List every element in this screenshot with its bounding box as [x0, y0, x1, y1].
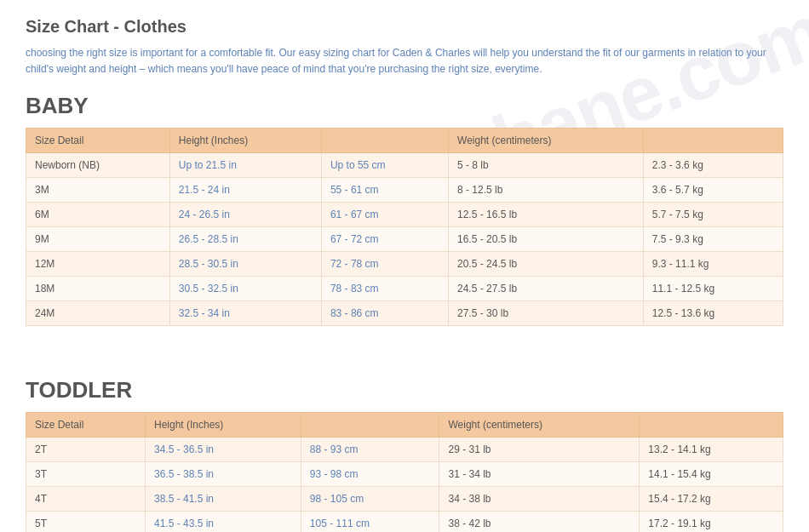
- baby-cell: 12.5 - 16.5 lb: [449, 203, 644, 227]
- toddler-cell: 36.5 - 38.5 in: [145, 462, 301, 487]
- baby-cell: 5 - 8 lb: [449, 153, 644, 178]
- baby-cell: 72 - 78 cm: [321, 252, 448, 277]
- toddler-cell: 34 - 38 lb: [439, 487, 640, 512]
- baby-cell: 6M: [26, 203, 170, 227]
- baby-col-height-in: Height (Inches): [169, 129, 321, 153]
- toddler-cell: 29 - 31 lb: [439, 438, 640, 462]
- baby-col-height-cm: [321, 129, 448, 153]
- toddler-cell: 98 - 105 cm: [301, 487, 439, 512]
- toddler-col-height-in: Height (Inches): [145, 413, 301, 438]
- baby-cell: 24M: [26, 301, 170, 326]
- intro-paragraph: choosing the right size is important for…: [26, 45, 775, 77]
- baby-cell: Up to 21.5 in: [169, 153, 321, 178]
- baby-cell: 7.5 - 9.3 kg: [643, 227, 783, 252]
- toddler-cell: 38.5 - 41.5 in: [145, 487, 301, 512]
- baby-table-header-row: Size Detail Height (Inches) Weight (cent…: [26, 129, 783, 153]
- baby-cell: Newborn (NB): [26, 153, 170, 178]
- toddler-col-size: Size Detail: [26, 413, 146, 438]
- toddler-cell: 13.2 - 14.1 kg: [640, 438, 783, 462]
- toddler-cell: 34.5 - 36.5 in: [145, 438, 301, 462]
- toddler-table-row: 3T36.5 - 38.5 in93 - 98 cm31 - 34 lb14.1…: [26, 462, 783, 487]
- toddler-cell: 41.5 - 43.5 in: [145, 512, 301, 532]
- baby-table-row: Newborn (NB)Up to 21.5 inUp to 55 cm5 - …: [26, 153, 783, 178]
- toddler-cell: 15.4 - 17.2 kg: [640, 487, 783, 512]
- baby-table-row: 9M26.5 - 28.5 in67 - 72 cm16.5 - 20.5 lb…: [26, 227, 783, 252]
- baby-cell: Up to 55 cm: [321, 153, 448, 178]
- toddler-table-row: 5T41.5 - 43.5 in105 - 111 cm38 - 42 lb17…: [26, 512, 783, 532]
- baby-cell: 24 - 26.5 in: [169, 203, 321, 227]
- toddler-cell: 38 - 42 lb: [439, 512, 640, 532]
- toddler-cell: 3T: [26, 462, 146, 487]
- baby-cell: 67 - 72 cm: [321, 227, 448, 252]
- baby-cell: 9M: [26, 227, 170, 252]
- toddler-table-row: 4T38.5 - 41.5 in98 - 105 cm34 - 38 lb15.…: [26, 487, 783, 512]
- toddler-cell: 14.1 - 15.4 kg: [640, 462, 783, 487]
- baby-cell: 20.5 - 24.5 lb: [449, 252, 644, 277]
- toddler-cell: 88 - 93 cm: [301, 438, 439, 462]
- toddler-col-height-cm: [301, 413, 439, 438]
- toddler-cell: 105 - 111 cm: [301, 512, 439, 532]
- toddler-cell: 31 - 34 lb: [439, 462, 640, 487]
- baby-table-row: 24M32.5 - 34 in83 - 86 cm27.5 - 30 lb12.…: [26, 301, 783, 326]
- baby-table-row: 12M28.5 - 30.5 in72 - 78 cm20.5 - 24.5 l…: [26, 252, 783, 277]
- baby-col-weight-lb: Weight (centimeters): [449, 129, 644, 153]
- baby-cell: 2.3 - 3.6 kg: [643, 153, 783, 178]
- baby-cell: 3M: [26, 178, 170, 203]
- baby-cell: 12.5 - 13.6 kg: [643, 301, 783, 326]
- baby-cell: 12M: [26, 252, 170, 277]
- baby-cell: 5.7 - 7.5 kg: [643, 203, 783, 227]
- baby-table-row: 3M21.5 - 24 in55 - 61 cm8 - 12.5 lb3.6 -…: [26, 178, 783, 203]
- baby-cell: 30.5 - 32.5 in: [169, 277, 321, 301]
- baby-section-title: BABY: [26, 93, 783, 119]
- baby-size-table: Size Detail Height (Inches) Weight (cent…: [26, 128, 783, 326]
- toddler-cell: 93 - 98 cm: [301, 462, 439, 487]
- toddler-size-table: Size Detail Height (Inches) Weight (cent…: [26, 412, 783, 532]
- baby-cell: 21.5 - 24 in: [169, 178, 321, 203]
- baby-cell: 32.5 - 34 in: [169, 301, 321, 326]
- baby-cell: 11.1 - 12.5 kg: [643, 277, 783, 301]
- baby-cell: 61 - 67 cm: [321, 203, 448, 227]
- baby-cell: 26.5 - 28.5 in: [169, 227, 321, 252]
- baby-cell: 3.6 - 5.7 kg: [643, 178, 783, 203]
- baby-table-row: 6M24 - 26.5 in61 - 67 cm12.5 - 16.5 lb5.…: [26, 203, 783, 227]
- baby-cell: 78 - 83 cm: [321, 277, 448, 301]
- baby-cell: 55 - 61 cm: [321, 178, 448, 203]
- baby-cell: 16.5 - 20.5 lb: [449, 227, 644, 252]
- baby-cell: 28.5 - 30.5 in: [169, 252, 321, 277]
- toddler-cell: 4T: [26, 487, 146, 512]
- baby-col-weight-kg: [643, 129, 783, 153]
- baby-cell: 9.3 - 11.1 kg: [643, 252, 783, 277]
- baby-cell: 8 - 12.5 lb: [449, 178, 644, 203]
- toddler-col-weight-kg: [640, 413, 783, 438]
- baby-cell: 24.5 - 27.5 lb: [449, 277, 644, 301]
- toddler-cell: 5T: [26, 512, 146, 532]
- toddler-col-weight-lb: Weight (centimeters): [439, 413, 640, 438]
- baby-cell: 18M: [26, 277, 170, 301]
- toddler-section-title: TODDLER: [26, 377, 783, 403]
- baby-table-row: 18M30.5 - 32.5 in78 - 83 cm24.5 - 27.5 l…: [26, 277, 783, 301]
- toddler-cell: 17.2 - 19.1 kg: [640, 512, 783, 532]
- baby-col-size: Size Detail: [26, 129, 170, 153]
- baby-cell: 27.5 - 30 lb: [449, 301, 644, 326]
- page-title: Size Chart - Clothes: [26, 17, 783, 37]
- toddler-cell: 2T: [26, 438, 146, 462]
- toddler-table-header-row: Size Detail Height (Inches) Weight (cent…: [26, 413, 783, 438]
- toddler-table-row: 2T34.5 - 36.5 in88 - 93 cm29 - 31 lb13.2…: [26, 438, 783, 462]
- baby-cell: 83 - 86 cm: [321, 301, 448, 326]
